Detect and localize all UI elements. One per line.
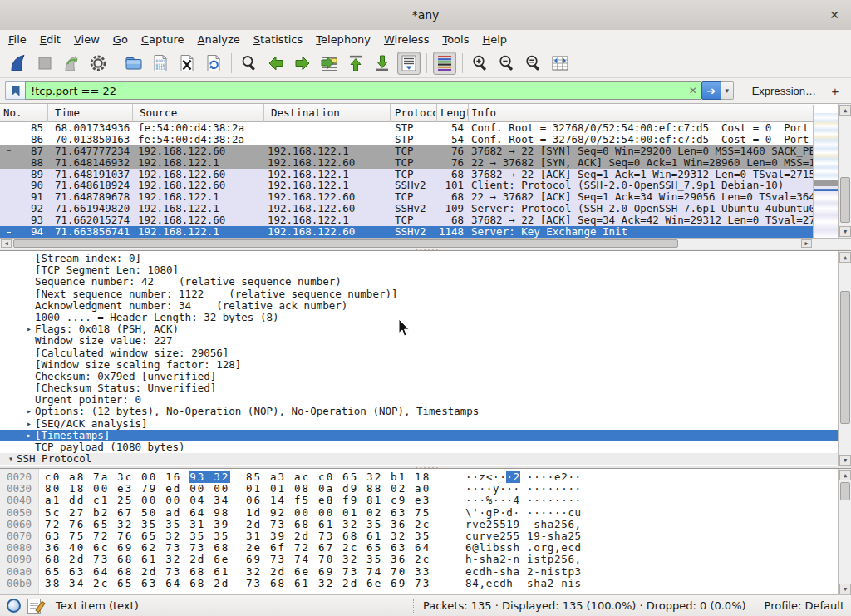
- packet-row[interactable]: 9371.662015274192.168.122.60192.168.122.…: [0, 214, 813, 226]
- packet-row[interactable]: 9471.663856741192.168.122.1192.168.122.6…: [0, 226, 813, 238]
- hscroll-thumb[interactable]: [13, 239, 678, 248]
- vscroll-thumb[interactable]: [840, 177, 850, 223]
- hex-bytes[interactable]: 36 40 6c 69 62 73 73 68 2e 6f 72 67 2c 6…: [45, 542, 430, 554]
- detail-line[interactable]: [Next sequence number: 1122 (relative se…: [0, 288, 838, 300]
- hex-ascii[interactable]: rve25519 -sha256,: [465, 519, 582, 530]
- save-file-button[interactable]: 010101100113: [149, 52, 172, 75]
- detail-line[interactable]: ▸Options: (12 bytes), No-Operation (NOP)…: [0, 406, 838, 417]
- packet-list-vscrollbar[interactable]: ▲ ▼: [838, 104, 851, 238]
- filter-bookmark-button[interactable]: [5, 81, 25, 100]
- profile-label[interactable]: Profile: Default: [765, 599, 844, 612]
- column-header-no[interactable]: No.: [0, 104, 48, 122]
- expert-info-icon[interactable]: [7, 599, 21, 613]
- hex-bytes[interactable]: 72 76 65 32 35 35 31 39 2d 73 68 61 32 3…: [45, 519, 430, 530]
- menu-help[interactable]: Help: [475, 32, 514, 47]
- hex-bytes[interactable]: 5c 27 b2 67 50 ad 64 98 1d 92 00 00 01 0…: [45, 507, 430, 519]
- hex-row[interactable]: 00505c 27 b2 67 50 ad 64 98 1d 92 00 00 …: [0, 507, 838, 519]
- hex-bytes[interactable]: c0 a8 7a 3c 00 16 93 32 85 a3 ac c0 65 3…: [45, 471, 430, 483]
- previous-packet-button[interactable]: [264, 52, 288, 75]
- hex-ascii[interactable]: 6@libssh .org,ecd: [465, 542, 582, 554]
- hex-ascii[interactable]: ····y··· ········: [465, 483, 582, 495]
- hex-row[interactable]: 0020c0 a8 7a 3c 00 16 93 32 85 a3 ac c0 …: [0, 471, 838, 483]
- column-header-source[interactable]: Source: [133, 104, 264, 122]
- titlebar[interactable]: *any ✕: [0, 0, 851, 31]
- hex-ascii[interactable]: h-sha2-n istp256,: [465, 554, 582, 565]
- first-packet-button[interactable]: [344, 52, 367, 75]
- colorize-button[interactable]: [433, 52, 456, 75]
- find-packet-button[interactable]: [238, 52, 261, 75]
- detail-line[interactable]: ▸Flags: 0x018 (PSH, ACK): [0, 323, 838, 335]
- detail-line[interactable]: Acknowledgment number: 34 (relative ack …: [0, 300, 838, 312]
- tree-collapsed-icon[interactable]: ▸: [23, 406, 35, 417]
- detail-line[interactable]: [Calculated window size: 29056]: [0, 347, 838, 359]
- hex-bytes[interactable]: 68 2d 73 68 61 32 2d 6e 69 73 74 70 32 3…: [45, 554, 430, 565]
- filter-history-dropdown[interactable]: ▾: [721, 81, 734, 100]
- scroll-down-icon[interactable]: ▼: [839, 455, 851, 466]
- scroll-up-icon[interactable]: ▲: [839, 252, 851, 263]
- scroll-up-icon[interactable]: ▲: [839, 470, 851, 480]
- tree-expanded-icon[interactable]: ▾: [5, 453, 17, 465]
- add-filter-button[interactable]: +: [826, 81, 844, 100]
- hex-bytes[interactable]: 38 34 2c 65 63 64 68 2d 73 68 61 32 2d 6…: [45, 578, 430, 589]
- detail-line[interactable]: ▸[SEQ/ACK analysis]: [0, 418, 838, 430]
- hex-row[interactable]: 003080 18 00 e3 79 ed 00 00 01 01 08 0a …: [0, 483, 838, 495]
- hex-ascii[interactable]: \'·gP·d· ······cu: [465, 507, 582, 519]
- hex-row[interactable]: 006072 76 65 32 35 35 31 39 2d 73 68 61 …: [0, 519, 838, 530]
- vscroll-thumb[interactable]: [840, 482, 850, 500]
- menu-statistics[interactable]: Statistics: [247, 32, 309, 47]
- hex-bytes[interactable]: 80 18 00 e3 79 ed 00 00 01 01 08 0a d9 8…: [45, 483, 430, 495]
- zoom-out-button[interactable]: [495, 52, 519, 75]
- detail-line[interactable]: ▸[Timestamps]: [0, 430, 838, 441]
- packet-row[interactable]: 8971.648191037192.168.122.60192.168.122.…: [0, 169, 813, 180]
- packet-row[interactable]: 9071.648618924192.168.122.60192.168.122.…: [0, 180, 813, 191]
- packet-row[interactable]: 8670.013850163fe:54:00:d4:38:2aSTP54Conf…: [0, 134, 813, 145]
- capture-options-button[interactable]: [86, 52, 110, 75]
- close-file-button[interactable]: [175, 52, 199, 75]
- menu-wireless[interactable]: Wireless: [377, 32, 435, 47]
- auto-scroll-button[interactable]: [397, 52, 421, 75]
- packet-row[interactable]: 8871.648146932192.168.122.1192.168.122.6…: [0, 157, 813, 169]
- packet-row[interactable]: 9171.648789678192.168.122.1192.168.122.6…: [0, 191, 813, 203]
- menu-telephony[interactable]: Telephony: [309, 32, 377, 47]
- hex-bytes[interactable]: 65 63 64 68 2d 73 68 61 32 2d 6e 69 73 7…: [45, 566, 430, 578]
- hex-ascii[interactable]: ···%···4 ········: [465, 495, 582, 506]
- menu-edit[interactable]: Edit: [33, 32, 67, 47]
- zoom-original-button[interactable]: [522, 52, 545, 75]
- expression-button[interactable]: Expression…: [747, 83, 821, 99]
- close-button[interactable]: ✕: [826, 7, 843, 23]
- detail-line[interactable]: Window size value: 227: [0, 335, 838, 347]
- detail-line[interactable]: [Stream index: 0]: [0, 253, 838, 264]
- scroll-down-icon[interactable]: ▼: [839, 226, 851, 237]
- hex-ascii[interactable]: ··z<···2 ····e2··: [465, 471, 582, 483]
- details-vscrollbar[interactable]: ▲ ▼: [838, 251, 851, 466]
- next-packet-button[interactable]: [291, 52, 314, 75]
- apply-filter-button[interactable]: ➔: [701, 81, 721, 100]
- tree-collapsed-icon[interactable]: ▸: [23, 323, 35, 335]
- reload-file-button[interactable]: [202, 52, 225, 75]
- detail-line[interactable]: Urgent pointer: 0: [0, 394, 838, 406]
- hex-ascii[interactable]: ecdh-sha 2-nistp3: [465, 566, 582, 578]
- vscroll-thumb[interactable]: [840, 291, 850, 424]
- scroll-right-icon[interactable]: ▶: [801, 239, 812, 248]
- detail-line[interactable]: [Checksum Status: Unverified]: [0, 382, 838, 394]
- menu-go[interactable]: Go: [106, 32, 135, 47]
- tree-collapsed-icon[interactable]: ▸: [23, 430, 35, 441]
- open-file-button[interactable]: [122, 52, 145, 75]
- last-packet-button[interactable]: [371, 52, 394, 75]
- hex-bytes[interactable]: a1 dd c1 25 00 00 04 34 06 14 f5 e8 f9 8…: [45, 495, 430, 506]
- column-header-length[interactable]: Length: [437, 104, 469, 122]
- hex-row[interactable]: 007063 75 72 76 65 32 35 35 31 39 2d 73 …: [0, 530, 838, 542]
- menu-file[interactable]: File: [2, 32, 33, 47]
- menu-capture[interactable]: Capture: [135, 32, 191, 47]
- menu-analyze[interactable]: Analyze: [191, 32, 247, 47]
- clear-filter-button[interactable]: ✕: [686, 83, 701, 98]
- detail-line[interactable]: Sequence number: 42 (relative sequence n…: [0, 276, 838, 288]
- tree-collapsed-icon[interactable]: ▸: [23, 418, 35, 430]
- scroll-up-icon[interactable]: ▲: [839, 105, 851, 116]
- column-header-info[interactable]: Info: [469, 104, 813, 122]
- stop-capture-button[interactable]: [33, 52, 57, 75]
- hex-row[interactable]: 0040a1 dd c1 25 00 00 04 34 06 14 f5 e8 …: [0, 495, 838, 506]
- packet-row[interactable]: 8568.001734936fe:54:00:d4:38:2aSTP54Conf…: [0, 122, 813, 134]
- hex-row[interactable]: 00a065 63 64 68 2d 73 68 61 32 2d 6e 69 …: [0, 566, 838, 578]
- intelligent-scrollbar-minimap[interactable]: [813, 105, 839, 238]
